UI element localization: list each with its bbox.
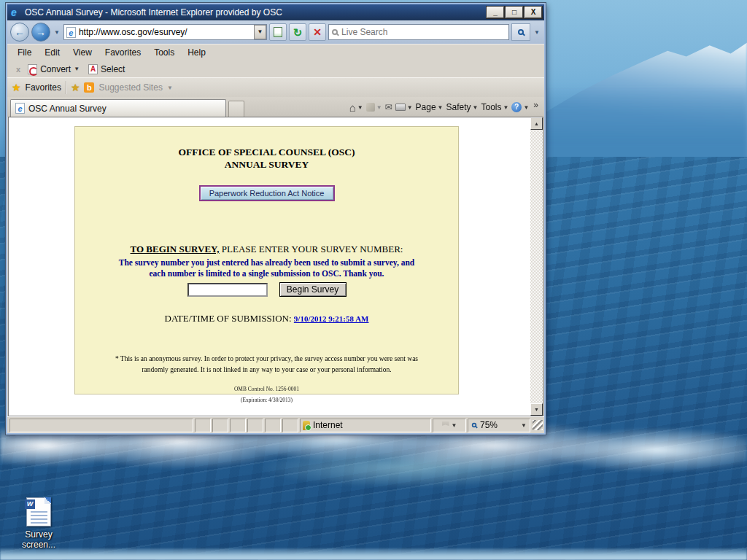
begin-survey-rest-text: PLEASE ENTER YOUR SURVEY NUMBER: [222, 244, 403, 254]
zoom-control[interactable]: 75% ▼ [468, 419, 530, 432]
paperwork-reduction-act-notice-button[interactable]: Paperwork Reduction Act Notice [199, 185, 335, 201]
window-title: OSC Annual Survey - Microsoft Internet E… [25, 7, 487, 18]
adobe-convert-icon [28, 64, 37, 74]
menu-help[interactable]: Help [182, 46, 212, 59]
vertical-scrollbar[interactable]: ▲ ▼ [530, 117, 543, 416]
address-field[interactable]: e ▼ [63, 24, 267, 40]
adobe-select-icon [88, 64, 98, 74]
read-mail-button[interactable]: ✉ [385, 102, 392, 112]
help-icon: ? [511, 102, 522, 112]
favorites-button[interactable]: Favorites [26, 82, 61, 93]
safety-menu-button[interactable]: Safety ▼ [446, 102, 479, 112]
begin-survey-button[interactable]: Begin Survey [279, 282, 347, 297]
tab-osc-annual-survey[interactable]: e OSC Annual Survey [10, 99, 226, 117]
feeds-button[interactable]: ▼ [366, 103, 382, 112]
search-go-button[interactable] [511, 23, 530, 41]
zone-label: Internet [313, 420, 343, 430]
search-icon [332, 29, 338, 35]
history-dropdown-icon[interactable]: ▼ [54, 29, 60, 36]
menu-edit[interactable]: Edit [39, 46, 66, 59]
word-badge-icon: W [25, 499, 35, 509]
word-document-icon: W [26, 497, 51, 526]
scroll-down-icon[interactable]: ▼ [530, 403, 543, 416]
survey-number-entry-row: Begin Survey [75, 282, 458, 297]
home-icon: ⌂ [349, 101, 356, 114]
begin-survey-bold-text: TO BEGIN SURVEY, [131, 244, 220, 254]
minimize-button[interactable]: _ [487, 7, 504, 18]
page-fold [44, 497, 51, 504]
compatibility-icon [274, 27, 282, 37]
convert-dropdown-icon[interactable]: ▼ [74, 66, 80, 72]
protected-mode-icon [442, 421, 449, 429]
begin-survey-instruction: TO BEGIN SURVEY, PLEASE ENTER YOUR SURVE… [75, 244, 458, 255]
search-options-dropdown-icon[interactable]: ▼ [534, 29, 540, 36]
address-dropdown-button[interactable]: ▼ [254, 25, 266, 39]
convert-button[interactable]: Convert [40, 64, 71, 74]
status-message-area [9, 419, 193, 432]
menu-view[interactable]: View [67, 46, 98, 59]
refresh-button[interactable]: ↻ [289, 23, 306, 41]
tools-menu-button[interactable]: Tools ▼ [481, 102, 508, 112]
scrollbar-track[interactable] [530, 130, 543, 403]
datetime-label: DATE/TIME OF SUBMISSION: [165, 313, 294, 324]
zoom-icon [472, 423, 476, 427]
menu-bar: File Edit View Favorites Tools Help [7, 44, 544, 61]
survey-form-panel: OFFICE OF SPECIAL COUNSEL (OSC) ANNUAL S… [74, 126, 459, 394]
back-button[interactable]: ← [10, 23, 29, 42]
survey-number-input[interactable] [187, 283, 268, 297]
new-tab-button[interactable] [228, 101, 244, 117]
titlebar[interactable]: e OSC Annual Survey - Microsoft Internet… [7, 4, 544, 20]
datetime-of-submission-line: DATE/TIME OF SUBMISSION: 9/10/2012 9:21:… [75, 313, 458, 324]
duplicate-submission-warning: The survey number you just entered has a… [75, 257, 458, 279]
add-favorite-icon[interactable]: ★ [71, 82, 80, 93]
adobe-toolbar: x Convert ▼ Select [7, 61, 544, 77]
omb-expiration: (Expiration: 4/30/2013) [75, 397, 458, 403]
suggested-sites-button[interactable]: Suggested Sites [98, 82, 162, 93]
favorites-bar: ★ Favorites ★ b Suggested Sites ▼ [7, 77, 544, 97]
favorites-star-icon: ★ [12, 82, 21, 93]
home-button[interactable]: ⌂ ▼ [349, 101, 363, 114]
bottom-foam [0, 548, 747, 560]
scroll-up-icon[interactable]: ▲ [530, 117, 543, 130]
menu-tools[interactable]: Tools [148, 46, 180, 59]
live-search-input[interactable] [341, 27, 506, 37]
tab-bar: e OSC Annual Survey ⌂ ▼ ▼ ✉ ▼ Page ▼ [7, 97, 544, 117]
suggested-sites-dropdown-icon[interactable]: ▼ [167, 85, 173, 91]
separator [66, 81, 66, 94]
refresh-icon: ↻ [293, 27, 303, 38]
command-bar: ⌂ ▼ ▼ ✉ ▼ Page ▼ Safety ▼ [349, 100, 544, 117]
datetime-link[interactable]: 9/10/2012 9:21:58 AM [294, 314, 369, 323]
stop-button[interactable]: ✕ [309, 23, 326, 41]
zoom-level: 75% [480, 420, 498, 430]
menu-favorites[interactable]: Favorites [99, 46, 147, 59]
help-menu-button[interactable]: ? ▼ [511, 102, 529, 112]
web-page: OFFICE OF SPECIAL COUNSEL (OSC) ANNUAL S… [9, 117, 530, 416]
close-button[interactable]: X [525, 7, 542, 18]
desktop-icon-survey-doc[interactable]: W Survey screen... [7, 497, 70, 550]
security-zone-panel: Internet [300, 419, 431, 432]
live-search-box[interactable] [328, 24, 509, 40]
address-toolbar: ← → ▼ e ▼ ↻ ✕ ▼ [7, 20, 544, 44]
toolbar-close-icon[interactable]: x [12, 65, 25, 74]
desktop-icon-label: Survey screen... [7, 529, 70, 550]
suggested-sites-icon: b [84, 82, 94, 93]
url-input[interactable] [76, 27, 254, 37]
menu-file[interactable]: File [12, 46, 37, 59]
rss-feed-icon [366, 103, 375, 112]
forward-button[interactable]: → [31, 23, 50, 42]
select-button[interactable]: Select [101, 64, 125, 74]
zoom-dropdown-icon[interactable]: ▼ [521, 422, 527, 429]
resize-grip[interactable] [533, 420, 543, 430]
toolbar-overflow-icon[interactable]: » [532, 100, 540, 114]
survey-title-line1: OFFICE OF SPECIAL COUNSEL (OSC) [75, 146, 458, 158]
printer-icon [395, 104, 406, 111]
omb-control-number: OMB Control No. 1256-0001 [75, 386, 458, 392]
survey-title-line2: ANNUAL SURVEY [75, 158, 458, 171]
compatibility-view-button[interactable] [269, 23, 287, 41]
maximize-button[interactable]: □ [506, 7, 523, 18]
protected-mode-panel[interactable]: ▼ [433, 419, 466, 432]
stop-icon: ✕ [313, 26, 322, 38]
privacy-note: * This is an anonymous survey. In order … [107, 354, 427, 376]
print-button[interactable]: ▼ [395, 104, 413, 111]
page-menu-button[interactable]: Page ▼ [416, 102, 444, 112]
